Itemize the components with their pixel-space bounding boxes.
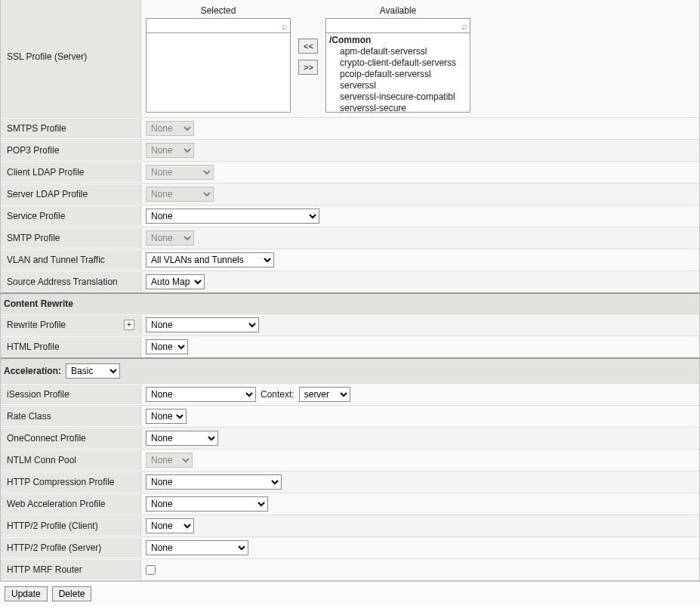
rate-class-label: Rate Class	[7, 411, 51, 422]
client-ldap-profile-label: Client LDAP Profile	[7, 167, 85, 178]
service-profile-select[interactable]: None	[146, 209, 319, 224]
search-icon: ⌕	[461, 20, 467, 32]
ntlm-conn-pool-select: None	[146, 453, 193, 468]
available-item[interactable]: pcoip-default-serverssl	[329, 69, 467, 80]
acceleration-mode-select[interactable]: Basic	[66, 363, 120, 379]
selected-search[interactable]: ⌕	[146, 18, 291, 33]
update-button[interactable]: Update	[5, 586, 48, 601]
rewrite-profile-select[interactable]: None	[146, 317, 259, 332]
available-item[interactable]: serverssl-secure	[329, 103, 467, 112]
pop3-profile-label: POP3 Profile	[7, 145, 59, 156]
web-acceleration-profile-select[interactable]: None	[146, 496, 268, 512]
available-header: Available	[325, 5, 470, 18]
http2-profile-server-select[interactable]: None	[146, 540, 248, 555]
isession-profile-label: iSession Profile	[7, 389, 69, 400]
smtp-profile-select: None	[146, 230, 194, 246]
acceleration-header: Acceleration: Basic	[1, 357, 699, 383]
smtps-profile-label: SMTPS Profile	[7, 123, 66, 134]
http-compression-profile-select[interactable]: None	[146, 474, 282, 490]
isession-profile-select[interactable]: None	[146, 387, 256, 402]
isession-context-select[interactable]: server	[299, 387, 350, 402]
vlan-tunnel-traffic-select[interactable]: All VLANs and Tunnels	[146, 252, 274, 267]
rewrite-profile-label: Rewrite Profile	[7, 320, 66, 330]
available-item[interactable]: serverssl	[329, 80, 467, 91]
pop3-profile-select: None	[146, 143, 194, 158]
http2-profile-server-label: HTTP/2 Profile (Server)	[7, 542, 101, 553]
source-address-translation-select[interactable]: Auto Map	[146, 274, 205, 289]
html-profile-select[interactable]: None	[146, 339, 188, 354]
available-search-input[interactable]	[326, 19, 455, 32]
web-acceleration-profile-label: Web Acceleration Profile	[7, 499, 106, 509]
http2-profile-client-label: HTTP/2 Profile (Client)	[7, 521, 98, 531]
ssl-server-dual-list: Selected ⌕ << >> Available	[141, 1, 475, 117]
http-mrf-router-label: HTTP MRF Router	[7, 564, 82, 575]
http-mrf-router-checkbox[interactable]	[146, 565, 156, 575]
content-rewrite-header: Content Rewrite	[1, 292, 699, 314]
oneconnect-profile-select[interactable]: None	[146, 431, 218, 446]
search-icon: ⌕	[282, 20, 288, 32]
available-partition[interactable]: /Common	[329, 35, 467, 46]
selected-header: Selected	[146, 5, 291, 18]
selected-list[interactable]	[146, 33, 290, 112]
selected-search-input[interactable]	[146, 19, 275, 32]
smtp-profile-label: SMTP Profile	[7, 233, 60, 243]
http2-profile-client-select[interactable]: None	[146, 518, 194, 533]
html-profile-label: HTML Profile	[7, 342, 60, 352]
move-right-button[interactable]: >>	[298, 60, 318, 75]
ntlm-conn-pool-label: NTLM Conn Pool	[7, 455, 76, 465]
available-item[interactable]: serverssl-insecure-compatibl	[329, 91, 467, 103]
vlan-tunnel-traffic-label: VLAN and Tunnel Traffic	[7, 255, 105, 265]
http-compression-profile-label: HTTP Compression Profile	[7, 477, 115, 487]
server-ldap-profile-select: None	[146, 187, 214, 202]
add-rewrite-profile-button[interactable]: +	[124, 320, 134, 330]
available-item[interactable]: crypto-client-default-serverss	[329, 57, 467, 69]
move-left-button[interactable]: <<	[298, 39, 318, 54]
available-search[interactable]: ⌕	[325, 18, 470, 33]
rate-class-select[interactable]: None	[146, 409, 187, 424]
context-label: Context:	[261, 389, 294, 400]
client-ldap-profile-select: None	[146, 165, 214, 180]
available-list[interactable]: /Commonapm-default-serversslcrypto-clien…	[326, 33, 470, 112]
ssl-profile-server-label: SSL Profile (Server)	[7, 51, 87, 62]
service-profile-label: Service Profile	[7, 211, 65, 221]
server-ldap-profile-label: Server LDAP Profile	[7, 189, 88, 199]
available-item[interactable]: apm-default-serverssl	[329, 46, 467, 57]
delete-button[interactable]: Delete	[52, 586, 92, 601]
smtps-profile-select: None	[146, 121, 194, 136]
source-address-translation-label: Source Address Translation	[7, 277, 118, 287]
oneconnect-profile-label: OneConnect Profile	[7, 433, 86, 444]
